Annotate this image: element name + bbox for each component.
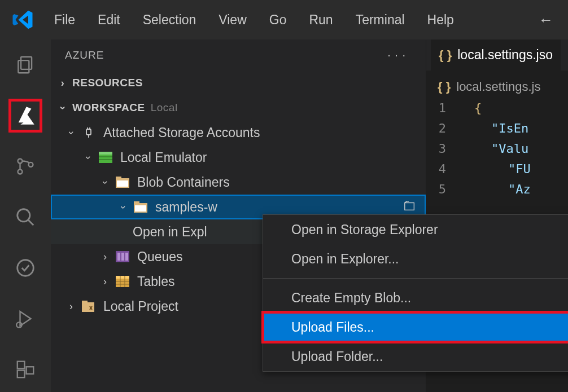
code-content: "Valu <box>457 142 528 156</box>
code-content: "Az <box>457 182 531 196</box>
extensions-icon[interactable] <box>8 353 42 386</box>
svg-rect-14 <box>99 156 112 157</box>
chevron-down-icon: › <box>65 126 77 139</box>
chevron-right-icon: › <box>56 77 69 89</box>
tree-label: Local Project <box>103 299 178 314</box>
tree-local-emulator[interactable]: › Local Emulator <box>51 145 426 170</box>
breadcrumb[interactable]: { } local.settings.js <box>426 76 568 98</box>
tree-label: Blob Containers <box>137 175 230 190</box>
svg-rect-1 <box>18 60 29 73</box>
ctx-open-explorer[interactable]: Open in Explorer... <box>263 244 568 274</box>
tree-attached-storage[interactable]: › Attached Storage Accounts <box>51 120 426 145</box>
tree-label: Local Emulator <box>120 150 207 165</box>
tree-label: samples-w <box>155 200 217 215</box>
code-content: { <box>457 101 482 115</box>
context-menu: Open in Storage Explorer Open in Explore… <box>263 214 568 372</box>
menu-help[interactable]: Help <box>418 8 463 32</box>
svg-rect-26 <box>125 253 128 261</box>
svg-rect-18 <box>117 180 128 187</box>
sidebar-panel: AZURE · · · › RESOURCES › WORKSPACE Loca… <box>51 39 426 392</box>
menu-view[interactable]: View <box>209 8 255 32</box>
chevron-down-icon: › <box>57 102 69 114</box>
tree-label: Open in Expl <box>133 224 207 240</box>
sidebar-title: AZURE <box>65 49 104 61</box>
menu-go[interactable]: Go <box>260 8 296 32</box>
menu-edit[interactable]: Edit <box>89 8 129 32</box>
more-actions-icon[interactable]: · · · <box>387 49 412 61</box>
svg-rect-11 <box>86 129 91 135</box>
svg-rect-10 <box>27 367 34 374</box>
svg-rect-17 <box>116 177 121 179</box>
tree-blob-containers[interactable]: › Blob Containers <box>51 170 426 195</box>
ctx-upload-folder[interactable]: Upload Folder... <box>263 342 568 371</box>
line-number: 3 <box>426 142 457 156</box>
section-label: WORKSPACE <box>72 102 145 114</box>
ctx-create-blob[interactable]: Create Empty Blob... <box>263 283 568 312</box>
svg-rect-0 <box>21 57 32 69</box>
menu-file[interactable]: File <box>45 8 84 32</box>
chevron-down-icon: › <box>117 201 129 213</box>
code-line[interactable]: 4 "FU <box>426 158 568 179</box>
line-number: 2 <box>426 121 457 135</box>
chevron-down-icon: › <box>99 176 111 188</box>
breadcrumb-label: local.settings.js <box>456 80 540 94</box>
editor-tab-active[interactable]: { } local.settings.jso <box>431 39 561 71</box>
queues-icon <box>115 249 130 265</box>
svg-point-6 <box>18 260 34 276</box>
separator <box>263 278 568 279</box>
menu-bar: File Edit Selection View Go Run Terminal… <box>45 8 463 32</box>
svg-point-5 <box>18 209 30 222</box>
azure-icon[interactable] <box>8 99 42 133</box>
code-line[interactable]: 2 "IsEn <box>426 118 568 138</box>
activity-bar <box>0 39 51 392</box>
tree-label: Queues <box>137 249 183 265</box>
svg-rect-34 <box>82 301 88 303</box>
tree-label: Tables <box>137 274 174 289</box>
code-line[interactable]: 3 "Valu <box>426 138 568 158</box>
code-line[interactable]: 5 "Az <box>426 179 568 199</box>
section-suffix: Local <box>151 102 178 114</box>
line-number: 4 <box>426 162 457 176</box>
editor-tabs: { } local.settings.jso <box>426 39 568 71</box>
storage-account-icon <box>98 149 113 165</box>
svg-rect-21 <box>135 205 146 212</box>
json-file-icon: { } <box>439 48 452 63</box>
code-content: "FU <box>457 162 531 176</box>
code-line[interactable]: 1 { <box>426 98 568 118</box>
folder-icon <box>115 174 130 190</box>
svg-rect-22 <box>405 202 414 210</box>
svg-rect-28 <box>116 276 129 279</box>
workspace-section[interactable]: › WORKSPACE Local <box>51 95 426 120</box>
search-icon[interactable] <box>8 200 42 234</box>
ctx-open-storage-explorer[interactable]: Open in Storage Explorer <box>263 215 568 244</box>
svg-rect-13 <box>99 152 112 155</box>
resources-section[interactable]: › RESOURCES <box>51 71 426 95</box>
title-bar: File Edit Selection View Go Run Terminal… <box>0 0 568 39</box>
section-label: RESOURCES <box>72 77 143 89</box>
back-arrow-icon[interactable]: ← <box>530 7 562 33</box>
project-icon <box>81 298 97 314</box>
chevron-right-icon: › <box>99 251 111 263</box>
ctx-upload-files[interactable]: Upload Files... <box>263 312 568 342</box>
menu-run[interactable]: Run <box>300 8 342 32</box>
run-debug-icon[interactable] <box>8 302 42 336</box>
source-control-icon[interactable] <box>8 149 42 183</box>
plug-icon <box>81 125 97 140</box>
svg-point-4 <box>29 162 33 167</box>
tables-icon <box>115 274 130 289</box>
explorer-icon[interactable] <box>8 48 42 82</box>
folder-icon <box>133 199 148 215</box>
sidebar-header: AZURE · · · <box>51 39 426 71</box>
chevron-right-icon: › <box>99 276 111 288</box>
chevron-right-icon: › <box>65 301 77 312</box>
new-folder-icon[interactable] <box>404 200 416 215</box>
json-file-icon: { } <box>438 80 451 94</box>
menu-selection[interactable]: Selection <box>134 8 206 32</box>
svg-rect-24 <box>117 253 120 261</box>
svg-rect-15 <box>99 159 112 160</box>
menu-terminal[interactable]: Terminal <box>347 8 414 32</box>
code-content: "IsEn <box>457 121 528 135</box>
svg-rect-25 <box>121 253 124 261</box>
line-number: 1 <box>426 101 457 115</box>
testing-icon[interactable] <box>8 251 42 285</box>
